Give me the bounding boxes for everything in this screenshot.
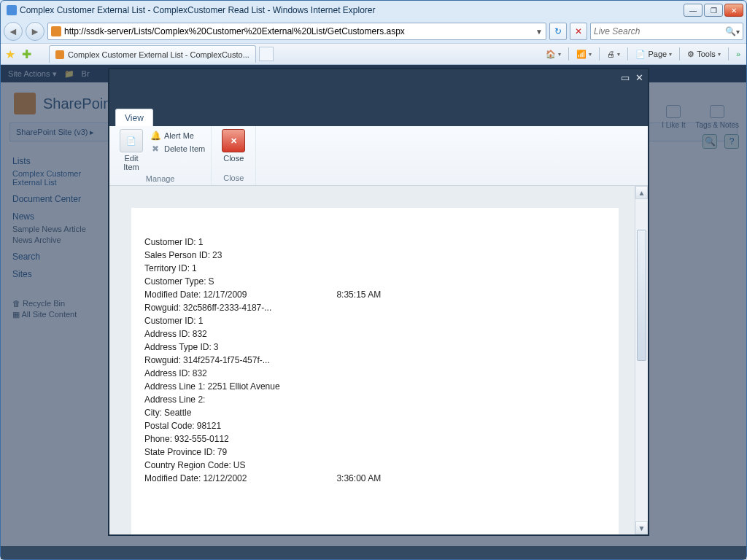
command-bar: ★ ✚ Complex Customer External List - Com… [1,43,746,65]
detail-value [205,394,207,405]
add-favorite-icon[interactable]: ✚ [20,47,33,61]
refresh-button[interactable]: ↻ [549,23,567,40]
forward-button[interactable]: ► [26,22,44,41]
maximize-button[interactable]: ❐ [704,4,723,17]
detail-value: 98121 [195,421,221,431]
item-view-dialog: ▭ ✕ View 📄 Edit Item [109,69,649,535]
alert-me-button[interactable]: 🔔 Alert Me [150,131,205,141]
detail-value: 932-555-0112 [172,434,229,444]
detail-value: 23 [210,250,222,260]
ribbon-tab-view[interactable]: View [115,109,153,126]
detail-row: State Province ID:79 [144,446,605,459]
detail-row: Address ID:832 [144,327,605,341]
detail-value: 1 [196,237,204,247]
edit-item-label: Edit Item [123,154,139,171]
detail-value: 832 [190,368,207,378]
detail-row: Territory ID:1 [144,262,605,275]
url-input[interactable] [64,23,533,39]
delete-icon: ✖ [150,144,160,154]
gear-icon: ⚙ [687,50,694,59]
content-area: Site Actions ▾ 📁 Br I Like It Tags & Not… [1,65,746,559]
detail-value: 32c586ff-2333-4187-... [181,303,271,313]
home-menu[interactable]: 🏠▾ [543,50,564,59]
ribbon-group-close: ✕ Close Close [212,126,256,185]
detail-row: Phone:932-555-0112 [144,432,605,446]
ribbon-group-label-close: Close [212,172,255,185]
detail-label: Address Line 2: [144,394,205,405]
detail-label: Modified Date: [144,289,201,300]
detail-label: Customer ID: [144,316,196,326]
detail-value: 832 [190,329,207,339]
ie-window: Complex Customer External List - Complex… [0,0,747,560]
detail-row: Sales Person ID:23 [144,249,605,262]
print-icon: 🖨 [607,50,615,58]
detail-value: 1 [196,316,204,326]
detail-label: Sales Person ID: [144,250,210,260]
dialog-header: ▭ ✕ View [109,69,648,126]
scroll-up-icon[interactable]: ▲ [635,186,648,199]
ie-favicon-icon [7,5,17,15]
detail-row: Address Type ID:3 [144,341,605,354]
detail-row: Customer Type:S [144,275,605,288]
page-icon: 📄 [635,50,646,59]
detail-value: 79 [215,447,227,457]
window-title: Complex Customer External List - Complex… [20,5,684,15]
detail-row: Modified Date:12/17/20098:35:15 AM [144,288,605,301]
detail-row: Address Line 2: [144,393,605,406]
detail-label: State Province ID: [144,447,215,457]
site-favicon-icon [51,26,61,36]
delete-item-button[interactable]: ✖ Delete Item [150,144,205,154]
detail-label: City: [144,408,162,418]
search-dropdown-icon[interactable]: ▾ [736,28,740,36]
browser-tab[interactable]: Complex Customer External List - Complex… [49,45,256,63]
detail-label: Rowguid: [144,303,181,313]
detail-value: 1 [190,263,197,273]
dialog-close-icon[interactable]: ✕ [635,72,643,83]
ribbon-group-label-manage: Manage [109,173,211,186]
detail-row: Country Region Code:US [144,459,605,472]
close-window-button[interactable]: ✕ [724,4,743,17]
favorites-icon[interactable]: ★ [4,47,17,61]
edit-item-icon: 📄 [120,129,143,152]
stop-button[interactable]: ✕ [570,23,587,40]
detail-label: Address Type ID: [144,342,212,352]
print-menu[interactable]: 🖨▾ [604,50,623,58]
more-chevron-icon[interactable]: » [733,50,743,58]
detail-label: Country Region Code: [144,460,231,470]
page-menu[interactable]: 📄Page▾ [632,50,675,59]
url-dropdown-icon[interactable]: ▼ [535,28,543,36]
tab-label: Complex Customer External List - Complex… [68,50,249,59]
tab-favicon-icon [55,50,64,59]
detail-row: Address Line 1:2251 Elliot Avenue [144,380,605,393]
detail-row: Rowguid:314f2574-1f75-457f-... [144,354,605,367]
search-icon[interactable]: 🔍 [725,26,736,36]
dialog-maximize-icon[interactable]: ▭ [621,72,630,83]
edit-item-button[interactable]: 📄 Edit Item [115,129,147,171]
detail-label: Address Line 1: [144,381,205,392]
new-tab-button[interactable] [259,47,274,61]
detail-value: 2251 Elliot Avenue [205,381,279,392]
window-buttons: — ❐ ✕ [684,4,743,17]
detail-value-2: 3:36:00 AM [334,473,381,483]
tools-menu[interactable]: ⚙Tools▾ [684,50,724,59]
search-bar[interactable]: 🔍 ▾ [590,23,743,40]
scroll-down-icon[interactable]: ▼ [635,521,648,534]
detail-label: Postal Code: [144,421,195,431]
dialog-body: Customer ID:1Sales Person ID:23Territory… [109,186,648,534]
search-input[interactable] [594,26,725,36]
scroll-thumb[interactable] [637,230,646,361]
home-icon: 🏠 [546,50,556,59]
detail-label: Rowguid: [144,355,181,365]
back-button[interactable]: ◄ [4,22,23,41]
minimize-button[interactable]: — [684,4,703,17]
detail-value: 12/17/2009 [201,289,247,300]
dialog-scrollbar[interactable]: ▲ ▼ [635,186,648,534]
feeds-menu[interactable]: 📶▾ [573,50,595,59]
detail-value: 3 [212,342,219,352]
address-bar[interactable]: ▼ [47,23,546,40]
detail-value: 12/12/2002 [201,473,247,483]
rss-icon: 📶 [576,50,587,59]
detail-row: City:Seattle [144,406,605,419]
detail-row: Customer ID:1 [144,314,605,327]
close-dialog-button[interactable]: ✕ Close [217,129,249,163]
